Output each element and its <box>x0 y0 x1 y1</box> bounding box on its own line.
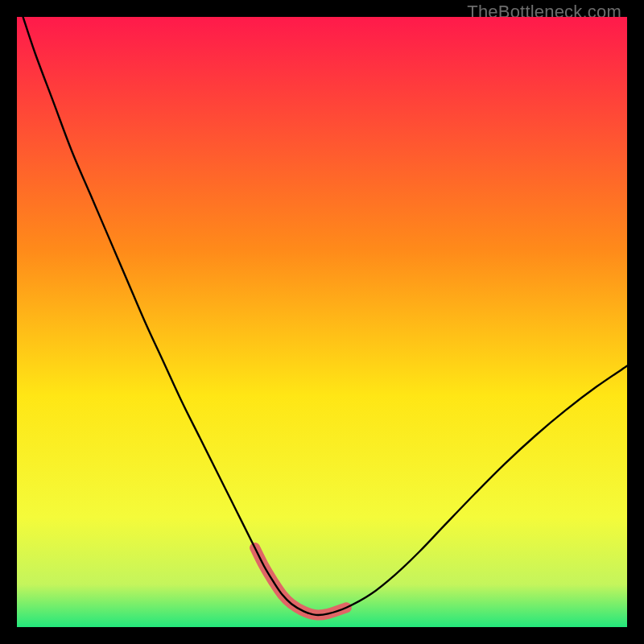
gradient-background <box>17 17 627 627</box>
plot-area <box>17 17 627 627</box>
outer-frame: TheBottleneck.com <box>0 0 644 644</box>
bottleneck-chart <box>17 17 627 627</box>
